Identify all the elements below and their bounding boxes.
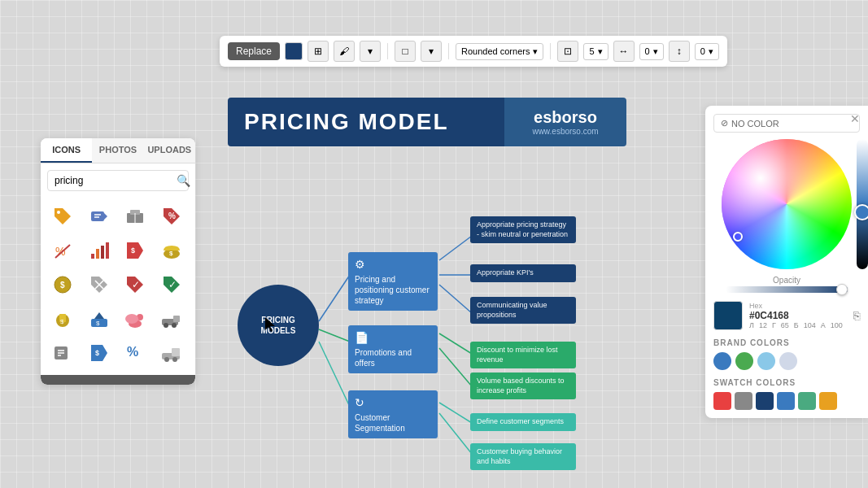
tab-uploads[interactable]: UPLOADS [144,138,195,163]
no-color-button[interactable]: ⊘ NO COLOR [713,114,860,133]
leaf-2-1[interactable]: Discount to minimize lost revenue [470,342,576,368]
paint-icon[interactable]: 🖌 [334,41,355,62]
leaf-2-2[interactable]: Volume based discounts to increase profi… [470,373,576,399]
size-value[interactable]: 5 ▾ [583,43,608,60]
center-circle[interactable]: PRICINGMODELS [238,285,319,366]
svg-text:$: $ [169,250,173,257]
r-label: Л [749,321,754,329]
swatch-color-1[interactable] [713,392,731,410]
icon-cell-4[interactable]: % [156,201,187,232]
shape-chevron[interactable]: ▾ [421,41,442,62]
icon-cell-10[interactable] [84,269,115,300]
chevron-icon[interactable]: ▾ [360,41,381,62]
svg-line-53 [439,348,472,386]
icon-cell-9[interactable]: $ [47,269,78,300]
color-wheel-cursor [733,232,743,242]
icon-cell-17[interactable] [47,338,78,368]
svg-marker-2 [104,213,107,220]
svg-text:$: $ [96,320,100,327]
leaf-1-2[interactable]: Appropriate KPI's [470,264,576,282]
swatch-color-4[interactable] [777,392,795,410]
brand-color-3[interactable] [757,352,775,370]
icon-cell-20[interactable] [156,338,187,368]
search-input[interactable] [55,175,177,186]
size-icon: ⊡ [557,41,578,62]
color-wheel-container[interactable] [722,139,852,269]
leaf-1-3[interactable]: Communicating value propositions [470,297,576,324]
center-circle-label: PRICINGMODELS [261,315,296,336]
brand-color-4[interactable] [779,352,797,370]
leaf-3-1[interactable]: Define customer segments [470,413,576,431]
corners-select[interactable]: Rounded corners ▾ [456,43,543,60]
branch-node-1[interactable]: ⚙ Pricing and positioning customer strat… [348,252,438,311]
icon-cell-8[interactable]: $ [156,235,187,266]
icon-grid: % % $ $ $ ✓ ✓ $ $ [41,198,195,375]
height-icon: ↕ [669,41,690,62]
icon-cell-13[interactable]: $ [47,303,78,334]
search-icon[interactable]: 🔍 [177,174,190,187]
hex-value[interactable]: #0C4168 [749,310,847,321]
icon-cell-6[interactable] [84,235,115,266]
grid-icon[interactable]: ⊞ [308,41,329,62]
brightness-bar-container[interactable] [857,139,868,269]
svg-text:$: $ [60,281,65,290]
color-swatch-large[interactable] [713,301,743,330]
icon-cell-3[interactable] [120,201,150,232]
swatch-colors [713,392,860,410]
icon-cell-18[interactable]: $ [84,338,115,368]
swatch-color-5[interactable] [798,392,816,410]
replace-button[interactable]: Replace [228,42,280,60]
icon-cell-12[interactable]: ✓ [156,269,187,300]
svg-line-54 [319,342,350,407]
svg-rect-36 [173,316,180,322]
height-value[interactable]: 0 ▾ [695,43,719,60]
b-value: 104 [804,321,816,329]
no-color-label-text: NO COLOR [731,119,779,129]
icon-cell-15[interactable] [120,303,150,334]
icon-cell-19[interactable]: % [120,338,150,368]
svg-text:%: % [168,211,176,220]
svg-line-55 [439,403,472,423]
shape-icon[interactable]: □ [395,41,416,62]
tab-icons[interactable]: ICONS [41,138,92,163]
icon-cell-11[interactable]: ✓ [120,269,150,300]
icon-cell-2[interactable] [84,201,115,232]
color-wheel[interactable] [722,139,852,269]
tab-photos[interactable]: PHOTOS [92,138,143,163]
swatch-color-3[interactable] [756,392,774,410]
svg-text:$: $ [131,246,135,255]
svg-rect-1 [91,211,104,221]
icon-cell-5[interactable]: % [47,235,78,266]
leaf-1-1[interactable]: Appropriate pricing strategy - skim neut… [470,216,576,243]
icon-cell-7[interactable]: $ [120,235,150,266]
brand-url: www.esborso.com [532,127,598,136]
branch-node-3[interactable]: ↻ Customer Segmentation [348,390,438,438]
copy-icon[interactable]: ⎘ [853,309,860,322]
brand-color-1[interactable] [713,352,731,370]
toolbar-color-swatch[interactable] [285,42,303,60]
pricing-model-title: PRICING MODEL [244,109,449,135]
branch-label-2: Promotions and offers [355,348,412,368]
opacity-cursor [836,284,848,295]
svg-point-34 [164,323,168,328]
opacity-bar[interactable] [726,286,848,293]
opacity-label: Opacity [713,276,860,285]
swatch-color-2[interactable] [735,392,752,410]
svg-point-32 [125,314,138,324]
svg-line-48 [439,236,472,260]
mindmap: PRICINGMODELS ⚙ Pricing and positioning … [220,155,643,472]
svg-line-47 [319,275,350,321]
width-value[interactable]: 0 ▾ [639,43,664,60]
branch-node-2[interactable]: 📄 Promotions and offers [348,325,438,373]
pricing-header: PRICING MODEL esborso www.esborso.com [228,98,626,146]
toolbar: Replace ⊞ 🖌 ▾ □ ▾ Rounded corners ▾ ⊡ 5 … [220,36,727,67]
icon-cell-14[interactable]: $ [84,303,115,334]
divider3 [550,43,551,59]
svg-rect-13 [101,246,104,259]
leaf-3-2[interactable]: Customer buying behavior and habits [470,443,576,470]
close-icon[interactable]: ✕ [850,112,860,125]
icon-cell-1[interactable] [47,201,78,232]
brand-color-2[interactable] [735,352,753,370]
swatch-color-6[interactable] [819,392,837,410]
icon-cell-16[interactable] [156,303,187,334]
